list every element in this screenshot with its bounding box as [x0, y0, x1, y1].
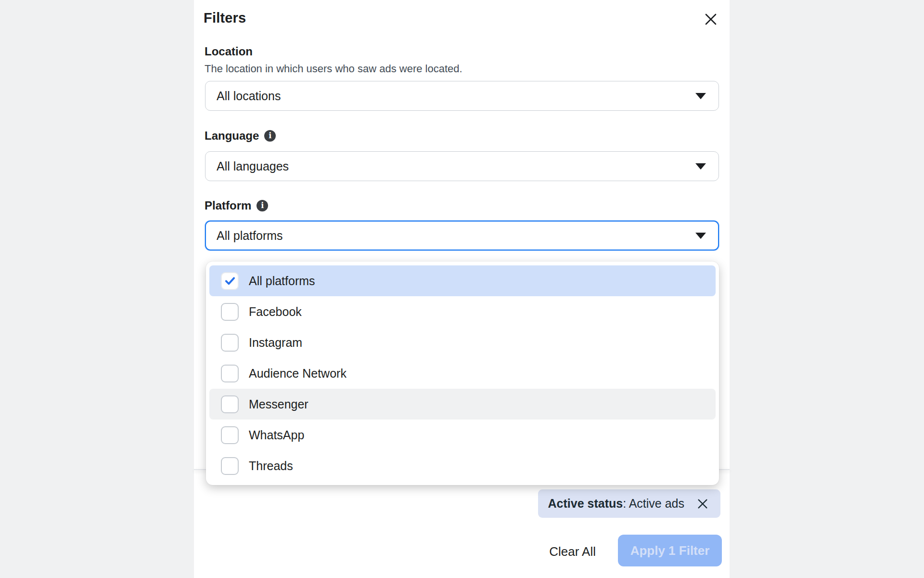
platform-select-value: All platforms — [217, 229, 283, 243]
option-label: WhatsApp — [249, 428, 304, 442]
close-icon — [696, 497, 709, 511]
location-select-value: All locations — [217, 89, 281, 103]
option-label: Audience Network — [249, 367, 346, 381]
checkbox-unchecked[interactable] — [221, 334, 239, 352]
platform-option-facebook[interactable]: Facebook — [209, 296, 716, 327]
location-select[interactable]: All locations — [205, 81, 719, 111]
chip-remove-button[interactable] — [695, 496, 710, 512]
filters-dialog: Filters Location The location in which u… — [194, 0, 730, 578]
check-icon — [224, 275, 236, 287]
active-status-filter-chip: Active status: Active ads — [538, 489, 720, 518]
language-label: Language i — [205, 129, 276, 143]
checkbox-unchecked[interactable] — [221, 395, 239, 413]
platform-option-messenger[interactable]: Messenger — [209, 389, 716, 420]
platform-option-threads[interactable]: Threads — [209, 450, 716, 481]
option-label: All platforms — [249, 274, 315, 288]
chevron-down-icon — [695, 233, 706, 239]
platform-option-audience-network[interactable]: Audience Network — [209, 358, 716, 389]
checkbox-unchecked[interactable] — [221, 457, 239, 475]
platform-label: Platform i — [205, 199, 268, 212]
chevron-down-icon — [695, 93, 706, 99]
checkbox-unchecked[interactable] — [221, 365, 239, 382]
info-icon[interactable]: i — [257, 200, 268, 211]
location-description: The location in which users who saw ads … — [205, 63, 462, 75]
platform-select[interactable]: All platforms — [205, 221, 719, 250]
chip-filter-value: : Active ads — [623, 497, 684, 511]
checkbox-unchecked[interactable] — [221, 303, 239, 321]
ads-library-page: Filters Location The location in which u… — [0, 0, 924, 578]
platform-option-instagram[interactable]: Instagram — [209, 327, 716, 358]
location-label: Location — [205, 45, 253, 58]
checkbox-checked[interactable] — [221, 272, 239, 290]
option-label: Facebook — [249, 305, 302, 319]
language-select-value: All languages — [217, 159, 289, 173]
close-icon — [704, 12, 718, 26]
chevron-down-icon — [695, 163, 706, 170]
dialog-close-button[interactable] — [699, 8, 722, 31]
platform-option-whatsapp[interactable]: WhatsApp — [209, 420, 716, 450]
platform-option-all-platforms[interactable]: All platforms — [209, 265, 716, 296]
option-label: Messenger — [249, 397, 308, 411]
checkbox-unchecked[interactable] — [221, 426, 239, 444]
language-select[interactable]: All languages — [205, 151, 719, 181]
option-label: Threads — [249, 459, 293, 473]
option-label: Instagram — [249, 336, 302, 350]
info-icon[interactable]: i — [264, 130, 276, 142]
dialog-title: Filters — [204, 10, 246, 26]
platform-dropdown-menu: All platforms Facebook Instagram Audienc… — [206, 262, 719, 485]
apply-filter-button[interactable]: Apply 1 Filter — [618, 535, 722, 566]
chip-filter-name: Active status — [548, 497, 623, 511]
clear-all-button[interactable]: Clear All — [549, 539, 596, 564]
